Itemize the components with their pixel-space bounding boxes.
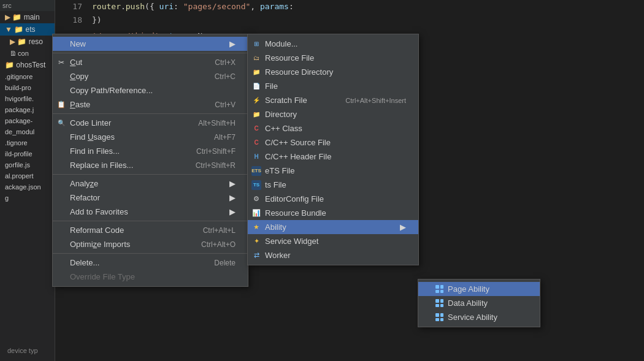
find-files-icon [56, 146, 66, 156]
copy-icon [56, 72, 66, 82]
sidebar-item-ackage[interactable]: ackage.json [0, 181, 55, 192]
ability-service[interactable]: Service Ability [418, 310, 540, 324]
sidebar-item-g[interactable]: g [0, 192, 55, 203]
context-menu-main: New ▶ ✂ Cut Ctrl+X Copy Ctrl+C Copy Path… [52, 34, 248, 287]
menu-item-copy[interactable]: Copy Ctrl+C [53, 69, 248, 83]
override-icon [56, 272, 66, 282]
sidebar-item-de-modul[interactable]: de_modul [0, 126, 55, 137]
separator-3 [53, 174, 248, 175]
data-ability-grid-icon [435, 299, 443, 307]
sidebar-item-al[interactable]: al.propert [0, 170, 55, 181]
menu-item-delete[interactable]: Delete... Delete [53, 256, 248, 270]
module-icon: ⊞ [251, 39, 261, 49]
code-line-17: 17 router.push({ uri: "pages/second", pa… [67, 0, 632, 13]
code-line-18: 18 }) [67, 13, 632, 27]
refactor-icon [56, 193, 66, 203]
menu-item-optimize[interactable]: Optimize Imports Ctrl+Alt+O [53, 237, 248, 251]
editorconfig-icon: ⚙ [251, 194, 261, 204]
sidebar-item-package-[interactable]: package- [0, 115, 55, 126]
menu-item-find-files[interactable]: Find in Files... Ctrl+Shift+F [53, 144, 248, 158]
submenu-ability: Page Ability Data Ability Service Abilit… [418, 279, 540, 327]
sidebar-item-con[interactable]: 🖺 con [0, 48, 55, 59]
menu-item-replace-files[interactable]: Replace in Files... Ctrl+Shift+R [53, 158, 248, 172]
reformat-icon [56, 226, 66, 235]
copy-path-icon [56, 86, 66, 96]
menu-item-analyze[interactable]: Analyze ▶ [53, 177, 248, 191]
new-resource-file[interactable]: 🗂 Resource File [248, 51, 418, 65]
sidebar-item-package-j[interactable]: package.j [0, 104, 55, 115]
ts-file-icon: TS [251, 180, 261, 190]
replace-files-icon [56, 161, 66, 170]
submenu-new: ⊞ Module... 🗂 Resource File 📁 Resource D… [247, 34, 419, 265]
delete-icon [56, 258, 66, 268]
new-cpp-source[interactable]: C C/C++ Source File [248, 135, 418, 150]
new-service-widget[interactable]: ✦ Service Widget [248, 234, 418, 248]
sidebar-item-ild[interactable]: ild-profile [0, 148, 55, 159]
new-ability[interactable]: ★ Ability ▶ [248, 220, 418, 234]
new-ts-file[interactable]: TS ts File [248, 178, 418, 192]
new-directory[interactable]: 📁 Directory [248, 107, 418, 121]
menu-item-reformat[interactable]: Reformat Code Ctrl+Alt+L [53, 223, 248, 237]
cpp-class-icon: C [251, 124, 261, 134]
optimize-icon [56, 240, 66, 249]
ability-icon: ★ [251, 222, 261, 232]
ability-page[interactable]: Page Ability [418, 282, 540, 296]
menu-item-find-usages[interactable]: Find Usages Alt+F7 [53, 130, 248, 144]
sidebar-item-build[interactable]: build-pro [0, 82, 55, 93]
service-widget-icon: ✦ [251, 237, 261, 246]
ability-data[interactable]: Data Ability [418, 296, 540, 310]
sidebar-item-ets[interactable]: ▼ 📁 ets [0, 23, 55, 36]
menu-item-cut[interactable]: ✂ Cut Ctrl+X [53, 55, 248, 69]
menu-item-paste[interactable]: 📋 Paste Ctrl+V [53, 97, 248, 112]
sidebar-item-gorfile[interactable]: gorfile.js [0, 159, 55, 170]
file-icon: 📄 [251, 82, 261, 91]
analyze-arrow: ▶ [223, 179, 236, 188]
new-cpp-class[interactable]: C C++ Class [248, 121, 418, 135]
service-ability-grid-icon [435, 313, 443, 321]
linter-icon: 🔍 [56, 118, 66, 128]
separator-1 [53, 53, 248, 53]
new-resource-bundle[interactable]: 📊 Resource Bundle [248, 206, 418, 220]
separator-2 [53, 113, 248, 114]
sidebar-item-reso[interactable]: ▶ 📁 reso [0, 36, 55, 48]
sidebar-item-gitignore[interactable]: .gitignore [0, 71, 55, 82]
resource-file-icon: 🗂 [251, 53, 261, 63]
separator-5 [53, 253, 248, 254]
ability-arrow: ▶ [394, 222, 406, 232]
menu-item-add-favorites[interactable]: Add to Favorites ▶ [53, 205, 248, 219]
new-icon [56, 39, 66, 49]
new-file[interactable]: 📄 File [248, 79, 418, 93]
menu-item-copy-path[interactable]: Copy Path/Reference... [53, 83, 248, 97]
menu-item-override-file-type: Override File Type [53, 270, 248, 284]
sidebar-item-src[interactable]: src [0, 0, 55, 11]
sidebar-item-ohos[interactable]: 📁 ohosTest [0, 59, 55, 71]
scratch-file-icon: ⚡ [251, 96, 261, 105]
new-scratch-file[interactable]: ⚡ Scratch File Ctrl+Alt+Shift+Insert [248, 93, 418, 107]
menu-item-new[interactable]: New ▶ [53, 37, 248, 51]
sidebar-item-main[interactable]: ▶ 📁 main [0, 11, 55, 23]
directory-icon: 📁 [251, 110, 261, 120]
favorites-icon [56, 207, 66, 217]
new-editorconfig[interactable]: ⚙ EditorConfig File [248, 192, 418, 206]
resource-dir-icon: 📁 [251, 67, 261, 77]
menu-item-code-linter[interactable]: 🔍 Code Linter Alt+Shift+H [53, 116, 248, 130]
new-ets-file[interactable]: ETS eTS File [248, 164, 418, 178]
file-tree: src ▶ 📁 main ▼ 📁 ets ▶ 📁 reso 🖺 con 📁 oh… [0, 0, 55, 361]
ets-file-icon: ETS [251, 166, 261, 176]
refactor-arrow: ▶ [223, 193, 236, 202]
cut-icon: ✂ [56, 58, 66, 67]
sidebar-item-tignore[interactable]: .tignore [0, 137, 55, 148]
worker-icon: ⇄ [251, 251, 261, 260]
analyze-icon [56, 179, 66, 189]
paste-icon: 📋 [56, 100, 66, 110]
menu-item-refactor[interactable]: Refactor ▶ [53, 191, 248, 205]
new-resource-dir[interactable]: 📁 Resource Directory [248, 65, 418, 79]
sidebar-item-hvigor[interactable]: hvigorfile. [0, 93, 55, 104]
new-worker[interactable]: ⇄ Worker [248, 248, 418, 262]
new-cpp-header[interactable]: H C/C++ Header File [248, 150, 418, 164]
page-ability-grid-icon [435, 285, 443, 293]
submenu-arrow: ▶ [223, 39, 236, 48]
separator-4 [53, 221, 248, 221]
cpp-header-icon: H [251, 152, 261, 162]
new-module[interactable]: ⊞ Module... [248, 37, 418, 51]
